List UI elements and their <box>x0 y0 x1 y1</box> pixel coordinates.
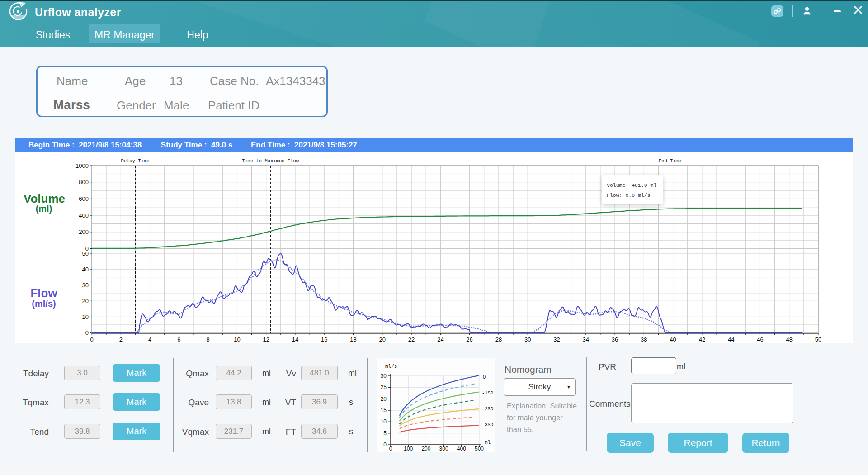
svg-text:400: 400 <box>79 212 89 219</box>
svg-text:500: 500 <box>475 446 484 452</box>
svg-text:36: 36 <box>612 336 618 343</box>
svg-text:46: 46 <box>757 336 763 343</box>
svg-text:800: 800 <box>79 179 89 185</box>
svg-text:20: 20 <box>379 336 386 343</box>
svg-text:0: 0 <box>389 446 392 452</box>
svg-text:ml/s: ml/s <box>385 364 397 369</box>
svg-text:12: 12 <box>263 336 269 343</box>
svg-text:44: 44 <box>728 336 734 343</box>
svg-text:8: 8 <box>206 336 209 343</box>
svg-text:30: 30 <box>524 336 531 343</box>
svg-text:20: 20 <box>381 396 387 402</box>
svg-text:Time to Maximun Flow: Time to Maximun Flow <box>242 158 299 164</box>
svg-text:38: 38 <box>641 336 647 343</box>
svg-text:200: 200 <box>421 446 430 452</box>
svg-text:End Time: End Time <box>659 158 681 164</box>
svg-text:400: 400 <box>457 446 466 452</box>
svg-text:26: 26 <box>466 336 472 343</box>
svg-text:2: 2 <box>119 336 123 343</box>
svg-text:16: 16 <box>321 336 327 343</box>
svg-text:-2SD: -2SD <box>482 406 493 412</box>
svg-text:0: 0 <box>383 442 387 448</box>
svg-text:4: 4 <box>148 336 151 343</box>
svg-text:300: 300 <box>439 446 448 452</box>
svg-text:20: 20 <box>82 298 89 304</box>
svg-text:50: 50 <box>815 336 821 343</box>
svg-text:5: 5 <box>383 430 387 437</box>
svg-text:6: 6 <box>177 336 180 343</box>
svg-text:42: 42 <box>699 336 705 343</box>
svg-text:34: 34 <box>583 336 589 343</box>
svg-text:30: 30 <box>381 373 387 379</box>
svg-text:100: 100 <box>404 446 413 452</box>
svg-text:28: 28 <box>495 336 502 343</box>
svg-text:48: 48 <box>786 336 792 343</box>
svg-text:18: 18 <box>350 336 356 343</box>
svg-text:14: 14 <box>292 336 298 343</box>
svg-text:0: 0 <box>90 336 93 343</box>
svg-text:-3SD: -3SD <box>482 422 493 428</box>
svg-text:10: 10 <box>234 336 240 343</box>
svg-text:40: 40 <box>82 266 89 273</box>
svg-text:15: 15 <box>381 407 387 413</box>
svg-text:32: 32 <box>553 336 560 343</box>
svg-text:0: 0 <box>85 329 89 336</box>
svg-text:Delay Time: Delay Time <box>121 158 149 164</box>
svg-text:50: 50 <box>82 250 89 257</box>
svg-text:30: 30 <box>82 282 89 289</box>
svg-text:24: 24 <box>437 336 443 343</box>
svg-text:600: 600 <box>79 195 89 202</box>
svg-text:40: 40 <box>670 336 676 343</box>
svg-text:10: 10 <box>381 418 387 425</box>
svg-text:0: 0 <box>483 374 486 380</box>
svg-text:10: 10 <box>82 314 89 320</box>
svg-text:200: 200 <box>79 228 89 235</box>
svg-text:22: 22 <box>408 336 415 343</box>
svg-text:1000: 1000 <box>75 162 89 169</box>
svg-text:ml: ml <box>485 440 491 445</box>
svg-text:25: 25 <box>381 384 387 390</box>
svg-text:-1SD: -1SD <box>482 390 493 396</box>
